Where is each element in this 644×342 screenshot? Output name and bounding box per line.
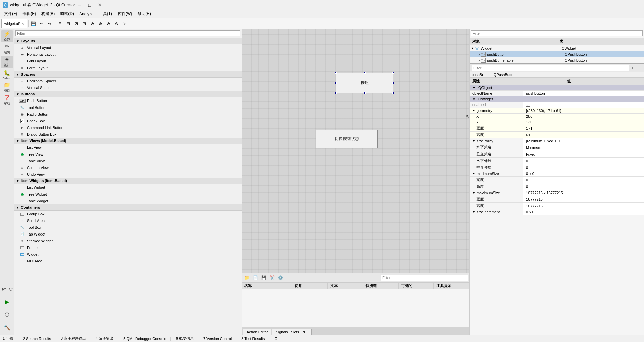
minsize-expand[interactable]: ▼ [472, 172, 475, 175]
props-row-enabled[interactable]: enabled [470, 102, 644, 108]
widget-list-view[interactable]: ☰ List View [14, 144, 242, 151]
sidebar-qwi[interactable]: QWi...t_2 [1, 283, 13, 295]
maxsize-expand[interactable]: ▼ [472, 191, 475, 195]
right-filter-input[interactable] [471, 30, 643, 36]
props-row-geometry[interactable]: ▼ geometry [(280, 130), 171 x 61] [470, 108, 644, 114]
action-editor-tab[interactable]: Action Editor [243, 329, 271, 335]
enabled-checkbox[interactable] [526, 103, 530, 107]
sidebar-design[interactable]: ◈ 设计 [1, 56, 13, 68]
widget-check-box[interactable]: ✓ Check Box [14, 118, 242, 124]
menu-help[interactable]: 帮助(H) [135, 10, 154, 18]
widget-grid-layout[interactable]: ⊞ Grid Layout [14, 58, 242, 65]
props-add-btn[interactable]: + [629, 65, 635, 71]
props-row-minheight[interactable]: 高度 0 [470, 183, 644, 190]
section-item-views[interactable]: ▼ Item Views (Model-Based) [14, 138, 242, 144]
sidebar-run-debug[interactable]: ⬡ [1, 308, 13, 320]
menu-edit[interactable]: 编辑(E) [20, 10, 39, 18]
editor-tab[interactable]: widget.ui* × [1, 19, 27, 28]
widget-radio-button[interactable]: ◉ Radio Button [14, 111, 242, 118]
props-row-minwidth[interactable]: 宽度 0 [470, 177, 644, 183]
widget-command-link-button[interactable]: ▶ Command Link Button [14, 124, 242, 131]
status-summary[interactable]: 6 概要信息 [176, 336, 198, 341]
widget-vertical-spacer[interactable]: ↕ Vertical Spacer [14, 84, 242, 91]
menu-debug[interactable]: 调试(D) [57, 10, 77, 18]
section-spacers[interactable]: ▼ Spacers [14, 71, 242, 78]
menu-tools[interactable]: 工具(T) [96, 10, 115, 18]
widget-dialog-button-box[interactable]: ⊞ Dialog Button Box [14, 131, 242, 138]
bottom-filter-input[interactable] [381, 275, 468, 281]
handle-bm[interactable] [364, 92, 366, 94]
handle-mr[interactable] [392, 82, 394, 84]
status-search[interactable]: 2 Search Results [23, 337, 55, 341]
props-row-vpolicy[interactable]: 垂直策略 Fixed [470, 151, 644, 158]
sidebar-project[interactable]: 📁 项目 [1, 81, 13, 93]
status-qml-debug[interactable]: 5 QML Debugger Console [123, 337, 170, 341]
widget-vertical-layout[interactable]: ⬍ Vertical Layout [14, 44, 242, 51]
widget-tool-button[interactable]: 🔧 Tool Button [14, 104, 242, 111]
handle-bl[interactable] [335, 92, 337, 94]
bottom-save-btn[interactable]: 💾 [260, 274, 267, 282]
widget-tab-widget[interactable]: 📑 Tab Widget [14, 231, 242, 238]
props-section-qwidget[interactable]: ▼ QWidget [470, 96, 644, 102]
widget-tool-box[interactable]: 🔧 Tool Box [14, 224, 242, 231]
section-item-widgets[interactable]: ▼ Item Widgets (Item-Based) [14, 178, 242, 184]
widget-frame[interactable]: Frame [14, 244, 242, 251]
props-row-objectname[interactable]: objectName pushButton [470, 91, 644, 96]
props-row-minsize[interactable]: ▼ minimumSize 0 x 0 [470, 171, 644, 177]
props-row-maxsize[interactable]: ▼ maximumSize 16777215 x 16777215 [470, 190, 644, 196]
toolbar-undo-btn[interactable]: ↩ [38, 20, 45, 27]
props-row-x[interactable]: X 280 [470, 114, 644, 119]
handle-ml[interactable] [335, 82, 337, 84]
sidebar-help[interactable]: ❓ 帮助 [1, 94, 13, 106]
section-buttons[interactable]: ▼ Buttons [14, 91, 242, 97]
toolbar-buddies[interactable]: ⊙ [113, 20, 120, 27]
widget-expand-arrow[interactable]: ▼ [471, 47, 474, 50]
bottom-new-btn[interactable]: 📄 [251, 274, 259, 282]
push-button-canvas[interactable]: 按钮 [336, 73, 393, 93]
props-row-maxwidth[interactable]: 宽度 16777215 [470, 196, 644, 203]
minimize-button[interactable]: ─ [75, 0, 84, 10]
widget-stacked-widget[interactable]: ⊕ Stacked Widget [14, 238, 242, 244]
toolbar-layout-h[interactable]: ⊟ [56, 20, 64, 27]
widget-horizontal-layout[interactable]: ⬌ Horizontal Layout [14, 51, 242, 58]
props-row-hpolicy[interactable]: 水平策略 Minimum [470, 144, 644, 151]
status-compile[interactable]: 4 编译输出 [96, 336, 118, 341]
geometry-expand[interactable]: ▼ [472, 109, 475, 112]
sidebar-run[interactable]: ▶ [1, 296, 13, 308]
widget-undo-view[interactable]: ↩ Undo View [14, 171, 242, 178]
toggle-button-canvas[interactable]: 切换按钮状态 [316, 130, 378, 148]
section-containers[interactable]: ▼ Containers [14, 204, 242, 211]
widget-table-view[interactable]: ⊞ Table View [14, 158, 242, 164]
sizeincrement-expand[interactable]: ▼ [472, 210, 475, 214]
props-section-qobject[interactable]: ▼ QObject [470, 85, 644, 91]
widget-push-button[interactable]: OK Push Button [14, 97, 242, 104]
pushbutton-enable-expand-arrow[interactable]: ▷ [478, 59, 480, 62]
maximize-button[interactable]: □ [85, 0, 94, 10]
sidebar-build[interactable]: 🔨 [1, 321, 13, 333]
props-row-width-geo[interactable]: 宽度 171 [470, 125, 644, 132]
tree-row-pushbutton-enable[interactable]: ▷ OK pushBu...enable QPushButton [470, 57, 644, 63]
close-button[interactable]: ✕ [95, 0, 104, 10]
sidebar-debug[interactable]: 🐛 Debug [1, 69, 13, 81]
handle-tr[interactable] [392, 72, 394, 74]
toolbar-save-btn[interactable]: 💾 [30, 20, 37, 27]
props-row-hstretch[interactable]: 水平伸展 0 [470, 158, 644, 164]
menu-build[interactable]: 构建(B) [39, 10, 57, 18]
sizepolicy-expand[interactable]: ▼ [472, 139, 475, 143]
toolbar-adjust[interactable]: ⊕ [97, 20, 104, 27]
handle-tl[interactable] [335, 72, 337, 74]
status-app-output[interactable]: 3 应用程序输出 [61, 336, 90, 341]
status-version-control[interactable]: 7 Version Control [203, 337, 236, 341]
props-remove-btn[interactable]: − [636, 65, 642, 71]
status-problems[interactable]: 1 问题 [3, 336, 17, 341]
props-row-sizeincrement[interactable]: ▼ sizeIncrement 0 x 0 [470, 209, 644, 215]
sidebar-edit[interactable]: ✏ 编辑 [1, 43, 13, 55]
widget-scroll-area[interactable]: ↕ Scroll Area [14, 217, 242, 224]
handle-tm[interactable] [364, 72, 366, 74]
signals-slots-tab[interactable]: Signals _Slots Ed... [272, 329, 311, 335]
widget-group-box[interactable]: Group Box [14, 211, 242, 217]
props-row-y[interactable]: Y 130 [470, 119, 644, 125]
tree-row-pushbutton[interactable]: ▷ OK pushButton QPushButton [470, 51, 644, 57]
widget-widget[interactable]: Widget [14, 251, 242, 258]
properties-filter-input[interactable] [472, 65, 629, 71]
